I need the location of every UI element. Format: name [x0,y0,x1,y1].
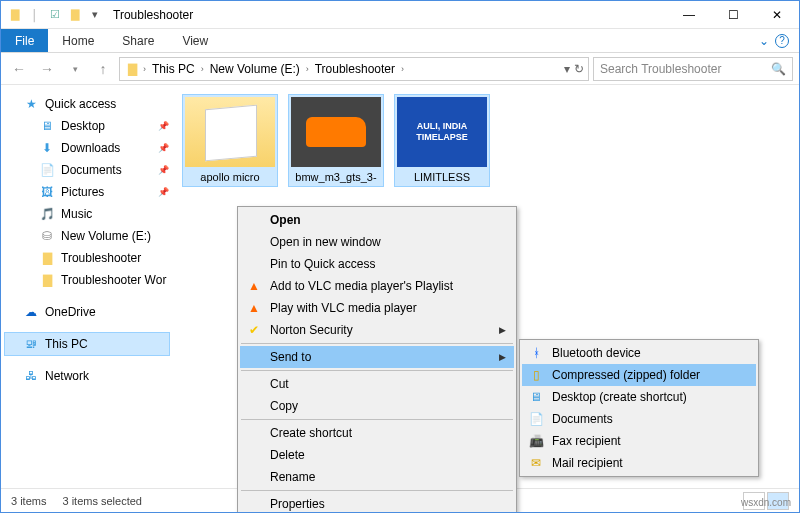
nav-music[interactable]: 🎵Music [5,203,169,225]
tab-share[interactable]: Share [108,29,168,52]
watermark: wsxdn.com [741,497,791,508]
nav-quick-access[interactable]: ★Quick access [5,93,169,115]
ctx-rename[interactable]: Rename [240,466,514,488]
tab-home[interactable]: Home [48,29,108,52]
sendto-compressed-folder[interactable]: ▯Compressed (zipped) folder [522,364,756,386]
file-item[interactable]: AULI, INDIA TIMELAPSE LIMITLESS [395,95,489,186]
qat-dropdown-icon[interactable]: ▾ [87,7,103,23]
folder-icon: ▇ [39,272,55,288]
ctx-delete[interactable]: Delete [240,444,514,466]
sendto-mail[interactable]: ✉Mail recipient [522,452,756,474]
pc-icon: 🖳 [23,336,39,352]
desktop-icon: 🖥 [39,118,55,134]
file-tab[interactable]: File [1,29,48,52]
ctx-properties[interactable]: Properties [240,493,514,513]
window-title: Troubleshooter [113,8,193,22]
document-icon: 📄 [528,411,544,427]
ctx-vlc-playlist[interactable]: ▲Add to VLC media player's Playlist [240,275,514,297]
ctx-vlc-play[interactable]: ▲Play with VLC media player [240,297,514,319]
music-icon: 🎵 [39,206,55,222]
vlc-icon: ▲ [246,300,262,316]
chevron-right-icon[interactable]: › [201,64,204,74]
titlebar: ▇ │ ☑ ▇ ▾ Troubleshooter — ☐ ✕ [1,1,799,29]
nav-new-volume[interactable]: ⛁New Volume (E:) [5,225,169,247]
search-icon: 🔍 [771,62,786,76]
minimize-button[interactable]: — [667,1,711,29]
ctx-open-new-window[interactable]: Open in new window [240,231,514,253]
qat-divider-icon: │ [27,7,43,23]
sendto-documents[interactable]: 📄Documents [522,408,756,430]
search-placeholder: Search Troubleshooter [600,62,721,76]
nav-onedrive[interactable]: ☁OneDrive [5,301,169,323]
ctx-send-to[interactable]: Send to▶ [240,346,514,368]
download-icon: ⬇ [39,140,55,156]
ribbon-expand-icon[interactable]: ⌄ [759,34,769,48]
up-button[interactable]: ↑ [91,57,115,81]
quick-access-toolbar: ▇ │ ☑ ▇ ▾ [7,7,103,23]
tab-view[interactable]: View [168,29,222,52]
item-count: 3 items [11,495,46,507]
new-folder-icon[interactable]: ▇ [67,7,83,23]
sendto-bluetooth[interactable]: ᚼBluetooth device [522,342,756,364]
nav-network[interactable]: 🖧Network [5,365,169,387]
fax-icon: 📠 [528,433,544,449]
folder-icon: ▇ [7,7,23,23]
star-icon: ★ [23,96,39,112]
back-button[interactable]: ← [7,57,31,81]
maximize-button[interactable]: ☐ [711,1,755,29]
ctx-cut[interactable]: Cut [240,373,514,395]
nav-pictures[interactable]: 🖼Pictures📌 [5,181,169,203]
sendto-desktop[interactable]: 🖥Desktop (create shortcut) [522,386,756,408]
forward-button[interactable]: → [35,57,59,81]
help-icon[interactable]: ? [775,34,789,48]
zip-icon: ▯ [528,367,544,383]
sendto-fax[interactable]: 📠Fax recipient [522,430,756,452]
desktop-icon: 🖥 [528,389,544,405]
search-input[interactable]: Search Troubleshooter 🔍 [593,57,793,81]
nav-desktop[interactable]: 🖥Desktop📌 [5,115,169,137]
ribbon-help: ⌄ ? [759,29,799,52]
image-thumbnail [291,97,381,167]
folder-icon: ▇ [124,62,141,76]
nav-downloads[interactable]: ⬇Downloads📌 [5,137,169,159]
ctx-open[interactable]: Open [240,209,514,231]
chevron-right-icon[interactable]: › [401,64,404,74]
breadcrumb[interactable]: ▇ › This PC › New Volume (E:) › Troubles… [119,57,589,81]
file-name: apollo micro [185,171,275,184]
recent-dropdown[interactable]: ▾ [63,57,87,81]
breadcrumb-segment[interactable]: This PC [148,62,199,76]
sendto-submenu: ᚼBluetooth device ▯Compressed (zipped) f… [519,339,759,477]
chevron-right-icon[interactable]: › [306,64,309,74]
file-name: LIMITLESS [397,171,487,184]
folder-icon: ▇ [39,250,55,266]
chevron-right-icon: ▶ [499,325,506,335]
nav-troubleshooter-wor[interactable]: ▇Troubleshooter Wor [5,269,169,291]
network-icon: 🖧 [23,368,39,384]
context-menu: Open Open in new window Pin to Quick acc… [237,206,517,513]
address-bar: ← → ▾ ↑ ▇ › This PC › New Volume (E:) › … [1,53,799,85]
nav-documents[interactable]: 📄Documents📌 [5,159,169,181]
cloud-icon: ☁ [23,304,39,320]
chevron-right-icon[interactable]: › [143,64,146,74]
breadcrumb-segment[interactable]: New Volume (E:) [206,62,304,76]
window-controls: — ☐ ✕ [667,1,799,29]
ctx-copy[interactable]: Copy [240,395,514,417]
ctx-create-shortcut[interactable]: Create shortcut [240,422,514,444]
refresh-icon[interactable]: ↻ [574,62,584,76]
address-dropdown-icon[interactable]: ▾ [564,62,570,76]
ribbon-tabs: File Home Share View ⌄ ? [1,29,799,53]
file-item[interactable]: apollo micro [183,95,277,186]
ctx-pin-quick-access[interactable]: Pin to Quick access [240,253,514,275]
mail-icon: ✉ [528,455,544,471]
file-item[interactable]: bmw_m3_gts_3- [289,95,383,186]
document-icon: 📄 [39,162,55,178]
vlc-icon: ▲ [246,278,262,294]
nav-troubleshooter[interactable]: ▇Troubleshooter [5,247,169,269]
breadcrumb-segment[interactable]: Troubleshooter [311,62,399,76]
close-button[interactable]: ✕ [755,1,799,29]
image-thumbnail: AULI, INDIA TIMELAPSE [397,97,487,167]
chevron-right-icon: ▶ [499,352,506,362]
nav-this-pc[interactable]: 🖳This PC [5,333,169,355]
ctx-norton[interactable]: ✔Norton Security▶ [240,319,514,341]
properties-icon[interactable]: ☑ [47,7,63,23]
